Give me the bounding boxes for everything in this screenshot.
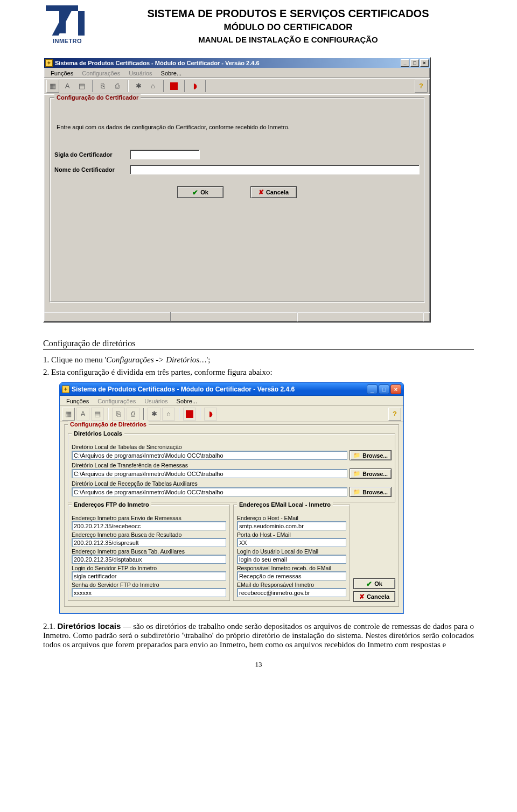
lbl-local-aux: Diretório Local de Recepção de Tabelas A… (72, 480, 392, 487)
menu-configuracoes[interactable]: Configurações (93, 397, 140, 405)
maximize-button[interactable]: □ (410, 59, 419, 67)
group-legend-ftp: Endereços FTP do Inmetro (72, 501, 151, 508)
group-email: Endereços EMail Local - Inmetro Endereço… (233, 505, 350, 601)
lbl-ftp-aux: Endereço Inmetro para Busca Tab. Auxilia… (72, 548, 226, 555)
toolbar-btn-3[interactable]: ▤ (75, 80, 88, 93)
input-mail-resp[interactable] (237, 571, 346, 580)
app-icon: ✦ (62, 386, 69, 393)
input-ftp-envio[interactable] (72, 521, 226, 530)
toolbar-btn-1[interactable]: ▦ (46, 80, 59, 93)
toolbar-btn-help[interactable]: ? (415, 80, 428, 93)
input-mail-port[interactable] (237, 538, 346, 547)
toolbar-btn-exit[interactable]: ◗ (188, 80, 201, 93)
toolbar-btn-red[interactable] (167, 80, 180, 93)
toolbar-btn-exit[interactable]: ◗ (204, 408, 217, 421)
group-config-certificador: Configuração do Certificador Entre aqui … (50, 97, 424, 302)
input-mail-addr[interactable] (237, 588, 346, 597)
input-ftp-aux[interactable] (72, 555, 226, 564)
menu-funcoes[interactable]: Funções (46, 69, 78, 78)
step-1: 1. Clique no menu 'Configurações -> Dire… (43, 355, 474, 365)
input-local-sync[interactable] (72, 451, 347, 460)
browse-button-3[interactable]: 📁 Browse... (350, 487, 392, 497)
menu-funcoes[interactable]: Funções (62, 397, 93, 405)
group-legend-main: Configuração de Diretórios (68, 421, 149, 428)
page-header: INMETRO SISTEMA DE PRODUTOS E SERVIÇOS C… (43, 5, 474, 46)
toolbar-btn-5[interactable]: ⎙ (111, 80, 124, 93)
input-local-remessas[interactable] (72, 469, 347, 478)
group-legend-local: Diretórios Locais (72, 430, 124, 437)
lbl-mail-resp: Responsável Inmetro receb. do EMail (237, 565, 346, 571)
titlebar-xp[interactable]: ✦ Sistema de Produtos Certificados - Mód… (60, 383, 403, 396)
toolbar-btn-help[interactable]: ? (388, 408, 401, 421)
minimize-button[interactable]: _ (367, 384, 378, 394)
ok-button[interactable]: ✔Ok (177, 186, 223, 198)
menubar-xp: Funções Configurações Usuários Sobre... (60, 396, 403, 406)
input-ftp-login[interactable] (72, 571, 226, 580)
browse-button-2[interactable]: 📁 Browse... (350, 468, 392, 479)
input-ftp-result[interactable] (72, 538, 226, 547)
lbl-ftp-envio: Endereço Inmetro para Envio de Remessas (72, 515, 226, 521)
toolbar-btn-6[interactable]: ✱ (132, 80, 145, 93)
group-legend-email: Endereços EMail Local - Inmetro (237, 501, 333, 508)
screenshot-config-diretorios: ✦ Sistema de Produtos Certificados - Mód… (59, 382, 404, 614)
lbl-ftp-senha: Senha do Servidor FTP do Inmetro (72, 582, 226, 588)
step-2: 2. Esta configuração é dividida em três … (43, 368, 474, 377)
toolbar-btn-7[interactable]: ⌂ (162, 408, 175, 421)
cancel-button-xp[interactable]: ✘Cancela (353, 591, 395, 602)
lbl-ftp-login: Login do Servidor FTP do Inmetro (72, 565, 226, 571)
input-nome[interactable] (130, 165, 420, 174)
lbl-mail-login: Login do Usuário Local do EMail (237, 548, 346, 555)
label-nome: Nome do Certificador (54, 166, 130, 173)
lbl-mail-host: Endereço o Host - EMail (237, 515, 346, 521)
maximize-button[interactable]: □ (379, 384, 389, 394)
toolbar-btn-1[interactable]: ▦ (62, 408, 75, 421)
window-title-xp: Sistema de Produtos Certificados - Módul… (72, 386, 295, 393)
toolbar-xp: ▦ A ▤ ⎘ ⎙ ✱ ⌂ ◗ ? (60, 406, 403, 422)
minimize-button[interactable]: _ (401, 59, 409, 67)
toolbar-btn-3[interactable]: ▤ (91, 408, 104, 421)
doc-title-3: MANUAL DE INSTALAÇÃO E CONFIGURAÇÃO (102, 35, 474, 44)
close-button[interactable]: × (390, 384, 401, 394)
screenshot-config-certificador: ✦ Sistema de Produtos Certificados - Mód… (43, 57, 431, 323)
ok-button-xp[interactable]: ✔Ok (353, 578, 395, 589)
menu-usuarios[interactable]: Usuários (124, 69, 156, 78)
input-local-aux[interactable] (72, 487, 347, 496)
toolbar-btn-6[interactable]: ✱ (148, 408, 160, 421)
doc-title-2: MÓDULO DO CERTIFICADOR (102, 22, 474, 33)
inmetro-logo: INMETRO (43, 5, 92, 44)
toolbar-btn-red[interactable] (183, 408, 196, 421)
menu-sobre[interactable]: Sobre... (157, 69, 186, 78)
toolbar-btn-7[interactable]: ⌂ (146, 80, 159, 93)
group-legend: Configuração do Certificador (54, 94, 141, 101)
lbl-ftp-result: Endereço Inmetro para Busca de Resultado (72, 531, 226, 538)
window-title: Sistema de Produtos Certificados - Módul… (55, 60, 260, 66)
menu-configuracoes[interactable]: Configurações (78, 69, 124, 78)
menubar: Funções Configurações Usuários Sobre... (44, 68, 430, 78)
toolbar-btn-4[interactable]: ⎘ (112, 408, 125, 421)
page-number: 13 (43, 660, 474, 669)
menu-sobre[interactable]: Sobre... (172, 397, 202, 405)
titlebar[interactable]: ✦ Sistema de Produtos Certificados - Mód… (44, 58, 430, 68)
toolbar-btn-2[interactable]: A (76, 408, 89, 421)
app-icon: ✦ (45, 59, 53, 67)
input-ftp-senha[interactable] (72, 588, 226, 597)
toolbar-btn-2[interactable]: A (61, 80, 74, 93)
lbl-mail-port: Porta do Host - EMail (237, 531, 346, 538)
group-config-diretorios: Configuração de Diretórios Diretórios Lo… (64, 424, 399, 607)
toolbar-btn-4[interactable]: ⎘ (96, 80, 109, 93)
toolbar-btn-5[interactable]: ⎙ (127, 408, 139, 421)
statusbar (44, 312, 430, 321)
paragraph-2-1: 2.1. Diretórios locais — são os diretóri… (43, 621, 474, 649)
input-mail-host[interactable] (237, 521, 346, 530)
cancel-button[interactable]: ✘Cancela (250, 186, 297, 198)
input-sigla[interactable] (130, 150, 200, 159)
lbl-local-sync: Diretório Local de Tabelas de Sincroniza… (72, 444, 392, 450)
input-mail-login[interactable] (237, 555, 346, 564)
group-ftp: Endereços FTP do Inmetro Endereço Inmetr… (68, 505, 230, 601)
browse-button-1[interactable]: 📁 Browse... (350, 450, 392, 460)
section-heading: Configuração de diretórios (43, 339, 474, 350)
menu-usuarios[interactable]: Usuários (140, 397, 172, 405)
group-diretorios-locais: Diretórios Locais Diretório Local de Tab… (68, 433, 395, 502)
lbl-local-remessas: Diretório Local de Transferência de Reme… (72, 462, 392, 468)
close-button[interactable]: × (420, 59, 429, 67)
